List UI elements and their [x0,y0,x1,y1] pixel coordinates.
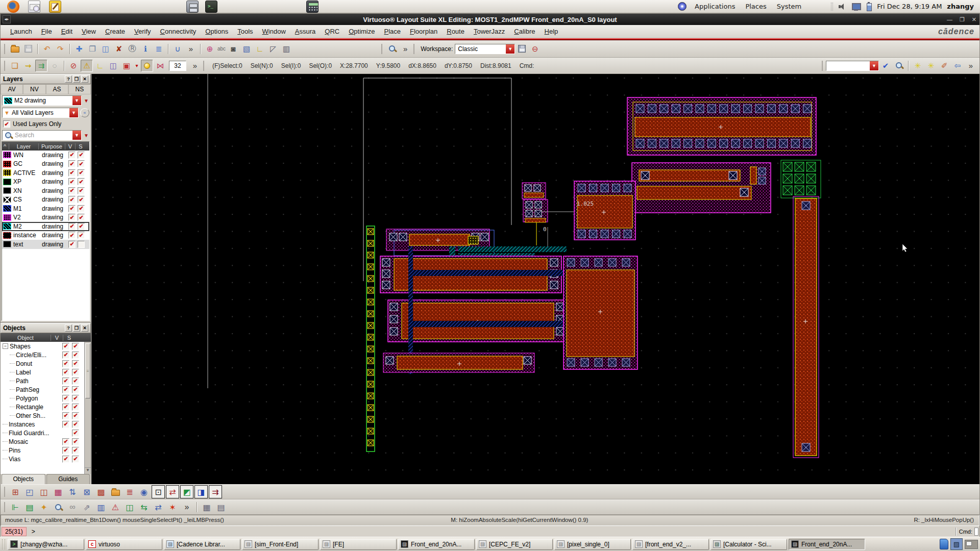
menu-options[interactable]: Options [201,26,233,37]
menu-assura[interactable]: Assura [290,26,320,37]
layer-visible-checkbox[interactable]: ✔ [68,232,76,239]
taskbar-item[interactable]: ▨[Calculator - Sci... [710,539,787,550]
point-select-icon[interactable]: ▧ [240,43,253,55]
object-visible-checkbox[interactable]: ✔ [62,438,69,445]
taskbar-item[interactable]: ▨[FE] [320,539,397,550]
layer-selectable-checkbox[interactable]: ✔ [78,214,85,221]
snap-select-icon[interactable]: ◸ [267,43,279,55]
menu-view[interactable]: View [77,26,101,37]
menu-towerjazz[interactable]: TowerJazz [469,26,509,37]
object-visible-checkbox[interactable]: ✔ [62,386,69,393]
layers-tab-av[interactable]: AV [1,84,23,94]
pin-updown-icon[interactable]: ⇅ [66,485,79,498]
objects-table-header[interactable]: Object V S [1,333,91,342]
clear-flight-icon[interactable]: ✶ [166,500,179,514]
toolbar2-overflow-icon[interactable]: » [965,60,977,72]
search-dropdown-icon[interactable]: ▼ [72,131,81,140]
overlap-dd-icon[interactable]: ▾ [134,60,140,72]
menu-verify[interactable]: Verify [130,26,156,37]
pin-connect-icon[interactable]: ⊩ [9,500,22,514]
screenshot-applet-icon[interactable]: ▨ [950,538,963,550]
corner-snap-icon[interactable]: ◩ [180,485,193,498]
layer-filter-dropdown-icon[interactable]: ▼ [69,108,78,117]
layer-selectable-checkbox[interactable]: ✔ [78,232,85,239]
object-selectable-checkbox[interactable]: ✔ [72,360,79,367]
toolbar-grip[interactable] [203,61,206,71]
object-row-donut[interactable]: Donut✔✔ [1,359,84,368]
panel-grip[interactable] [831,3,833,11]
maximize-icon[interactable]: ❐ [960,16,965,23]
layer-visible-checkbox[interactable]: ✔ [68,160,76,167]
layer-row-text[interactable]: textdrawing✔ [2,240,89,249]
taskbar-item[interactable]: ▨[pixel_single_0] [554,539,631,550]
check-edit-icon[interactable]: ⚠ [81,60,93,72]
taskbar-item[interactable]: ▨[Cadence Librar... [164,539,240,550]
search-overflow-icon[interactable]: » [399,43,411,55]
layers-table-header[interactable]: ^ Layer Purpose V S [2,142,89,151]
layers-panel-title[interactable]: Layers ?❐✕ [1,74,91,84]
toolbar-grip[interactable] [381,44,384,54]
taskbar-item[interactable]: ▨[CEPC_FE_v2] [476,539,553,550]
export-view-icon[interactable]: ⇗ [80,500,93,514]
object-visible-checkbox[interactable]: ✔ [62,456,69,463]
zoom-search-icon[interactable] [893,60,905,72]
menu-floorplan[interactable]: Floorplan [405,26,442,37]
flash-select-icon[interactable]: ✳ [912,60,924,72]
align-icon[interactable]: ≣ [153,43,165,55]
title-bar[interactable]: ✒ Virtuoso® Layout Suite XL Editing: MOS… [1,14,979,25]
object-visible-checkbox[interactable]: ✔ [62,447,69,454]
matrix-icon[interactable]: ▦ [200,500,213,514]
panel-menu-system[interactable]: System [772,1,806,12]
layer-selectable-checkbox[interactable]: ✔ [78,160,85,167]
push-blocks-icon[interactable]: ⇉ [209,485,222,498]
help-icon[interactable]: ? [65,324,72,332]
via-ladder-icon[interactable]: ≣ [123,485,136,498]
object-selectable-checkbox[interactable]: ✔ [72,447,79,454]
layer-row-m1[interactable]: M1drawing✔✔ [2,204,89,213]
notes-applet-icon[interactable] [940,539,948,549]
delete-icon[interactable]: ✘ [113,43,125,55]
object-row-fluid-guardri-[interactable]: Fluid Guardri...✔ [1,429,84,437]
taskbar-grip[interactable] [2,539,5,549]
object-row-polygon[interactable]: Polygon✔✔ [1,394,84,403]
create-probe-icon[interactable]: ◙ [227,43,239,55]
apply-check-icon[interactable]: ✔ [879,60,892,72]
object-visible-checkbox[interactable]: ✔ [62,369,69,376]
quick-search-select[interactable]: ▼ [826,61,879,71]
search-menu-icon[interactable]: ▼ [83,133,89,138]
layer-row-xn[interactable]: XNdrawing✔✔ [2,186,89,195]
pin-scatter-icon[interactable]: ⊠ [80,485,93,498]
copy-view-icon[interactable]: ▥ [94,500,108,514]
close-icon[interactable]: ✕ [81,324,88,332]
layers-tab-ns[interactable]: NS [68,84,91,94]
menu-window[interactable]: Window [258,26,290,37]
layer-visible-checkbox[interactable]: ✔ [68,223,76,230]
volume-icon[interactable] [838,3,846,11]
taskbar-item[interactable]: ▨Front_end_20nA... [789,539,865,550]
layout-canvas[interactable]: 1.0250 [92,74,979,484]
inspect-layout-icon[interactable] [52,500,65,514]
taskbar-item[interactable]: cvirtuoso [86,539,162,550]
layers-tab-nv[interactable]: NV [23,84,45,94]
close-icon[interactable]: ✕ [81,76,88,83]
object-visible-checkbox[interactable]: ✔ [62,412,69,419]
layer-visible-checkbox[interactable]: ✔ [68,152,76,159]
layer-visible-checkbox[interactable]: ✔ [68,205,76,212]
close-icon[interactable]: ✕ [972,16,976,23]
menu-create[interactable]: Create [101,26,130,37]
flash-deselect-icon[interactable]: ✳ [925,60,937,72]
toolbar1-overflow-icon[interactable]: » [185,43,197,55]
layer-filter-select[interactable]: ▼ All Valid Layers ▼ [2,108,79,118]
paste-select-icon[interactable]: ▥ [280,43,292,55]
object-selectable-checkbox[interactable]: ✔ [72,369,79,376]
object-selectable-checkbox[interactable]: ✔ [72,456,79,463]
undo-icon[interactable]: ↶ [41,43,53,55]
menu-launch[interactable]: Launch [6,26,37,37]
via-target-icon[interactable]: ⊡ [152,485,165,498]
object-selectable-checkbox[interactable]: ✔ [72,438,79,445]
layer-selectable-checkbox[interactable]: ✔ [78,196,85,203]
link-chain-icon[interactable]: ∞ [66,500,79,514]
overlap-select-icon[interactable]: ▣ [120,60,133,72]
layer-menu-icon[interactable]: ▼ [83,98,89,104]
menu-file[interactable]: File [37,26,57,37]
